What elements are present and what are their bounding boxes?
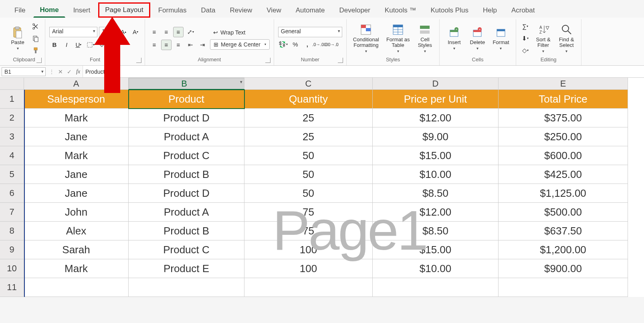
cell-D10[interactable]: $10.00 <box>373 259 499 278</box>
align-left-button[interactable]: ≡ <box>149 40 159 50</box>
cell-E11[interactable] <box>499 278 628 297</box>
column-header-E[interactable]: E <box>499 78 628 90</box>
cell-C5[interactable]: 50 <box>244 165 373 184</box>
cell-B6[interactable]: Product D <box>129 184 244 203</box>
cell-A7[interactable]: John <box>24 203 129 222</box>
row-header-5[interactable]: 5 <box>0 165 24 184</box>
row-header-1[interactable]: 1 <box>0 90 24 109</box>
column-header-B[interactable]: B <box>129 78 244 90</box>
autosum-button[interactable]: ∑▾ <box>520 21 531 32</box>
cell-E9[interactable]: $1,200.00 <box>499 240 628 259</box>
cell-A6[interactable]: Jane <box>24 184 129 203</box>
cell-C1[interactable]: Quantity <box>244 90 373 109</box>
format-cells-button[interactable]: Format▾ <box>490 24 511 52</box>
font-color-button[interactable]: A▾ <box>109 40 120 50</box>
column-header-A[interactable]: A <box>24 78 129 90</box>
select-all-corner[interactable] <box>0 78 24 90</box>
align-top-button[interactable]: ≡ <box>149 27 159 37</box>
increase-indent-button[interactable]: ⇥ <box>197 40 208 50</box>
percent-button[interactable]: % <box>290 39 301 50</box>
tab-data[interactable]: Data <box>195 3 222 18</box>
cell-E3[interactable]: $250.00 <box>499 127 628 146</box>
cell-B1[interactable]: Product <box>129 90 244 109</box>
tab-page-layout[interactable]: Page Layout <box>98 2 150 18</box>
tab-insert[interactable]: Insert <box>67 3 97 18</box>
tab-acrobat[interactable]: Acrobat <box>505 3 541 18</box>
cell-B7[interactable]: Product A <box>129 203 244 222</box>
delete-cells-button[interactable]: × Delete▾ <box>467 24 488 52</box>
font-name-select[interactable]: Arial <box>49 27 97 37</box>
cell-D2[interactable]: $12.00 <box>373 109 499 127</box>
cell-B4[interactable]: Product C <box>129 146 244 165</box>
tab-home[interactable]: Home <box>33 3 65 18</box>
tab-developer[interactable]: Developer <box>333 3 377 18</box>
row-header-3[interactable]: 3 <box>0 127 24 146</box>
cell-E5[interactable]: $425.00 <box>499 165 628 184</box>
cell-D8[interactable]: $8.50 <box>373 222 499 240</box>
tab-review[interactable]: Review <box>223 3 258 18</box>
comma-button[interactable]: , <box>302 39 313 50</box>
insert-cells-button[interactable]: + Insert▾ <box>444 24 464 52</box>
column-header-C[interactable]: C <box>244 78 373 90</box>
row-header-6[interactable]: 6 <box>0 184 24 203</box>
clear-button[interactable]: ◇▾ <box>520 45 531 56</box>
cell-D5[interactable]: $10.00 <box>373 165 499 184</box>
tab-help[interactable]: Help <box>476 3 503 18</box>
increase-font-button[interactable]: A▴ <box>118 27 129 37</box>
fill-color-button[interactable]: ▾ <box>97 40 108 50</box>
cell-C3[interactable]: 25 <box>244 127 373 146</box>
cell-A2[interactable]: Mark <box>24 109 129 127</box>
cell-C7[interactable]: 75 <box>244 203 373 222</box>
merge-center-button[interactable]: ⊞Merge & Center▾ <box>210 39 270 50</box>
cell-B9[interactable]: Product C <box>129 240 244 259</box>
decrease-font-button[interactable]: A▾ <box>130 27 141 37</box>
cell-A9[interactable]: Sarah <box>24 240 129 259</box>
align-middle-button[interactable]: ≡ <box>161 27 172 37</box>
cell-A11[interactable] <box>24 278 129 297</box>
cell-D7[interactable]: $12.00 <box>373 203 499 222</box>
cut-button[interactable] <box>30 21 41 32</box>
column-header-D[interactable]: D <box>373 78 499 90</box>
confirm-formula-button[interactable]: ✓ <box>65 69 74 75</box>
cell-C6[interactable]: 50 <box>244 184 373 203</box>
cell-E10[interactable]: $900.00 <box>499 259 628 278</box>
cell-A1[interactable]: Salesperson <box>24 90 129 109</box>
cell-B10[interactable]: Product E <box>129 259 244 278</box>
align-center-button[interactable]: ≡ <box>161 40 172 50</box>
row-header-2[interactable]: 2 <box>0 109 24 127</box>
cell-E2[interactable]: $375.00 <box>499 109 628 127</box>
cell-C8[interactable]: 75 <box>244 222 373 240</box>
cell-A5[interactable]: Jane <box>24 165 129 184</box>
tab-automate[interactable]: Automate <box>289 3 331 18</box>
cell-B3[interactable]: Product A <box>129 127 244 146</box>
row-header-7[interactable]: 7 <box>0 203 24 222</box>
underline-button[interactable]: U▾ <box>73 40 84 50</box>
cell-A4[interactable]: Mark <box>24 146 129 165</box>
cell-A8[interactable]: Alex <box>24 222 129 240</box>
cell-C11[interactable] <box>244 278 373 297</box>
copy-button[interactable] <box>30 33 41 44</box>
cell-D9[interactable]: $15.00 <box>373 240 499 259</box>
orientation-button[interactable]: ⤢▾ <box>185 27 196 37</box>
cell-D1[interactable]: Price per Unit <box>373 90 499 109</box>
tab-kutools[interactable]: Kutools ™ <box>378 3 422 18</box>
cell-C10[interactable]: 100 <box>244 259 373 278</box>
border-button[interactable]: ▾ <box>85 40 96 50</box>
cell-C9[interactable]: 100 <box>244 240 373 259</box>
row-header-8[interactable]: 8 <box>0 222 24 240</box>
align-right-button[interactable]: ≡ <box>173 40 184 50</box>
cell-B2[interactable]: Product D <box>129 109 244 127</box>
cell-A10[interactable]: Mark <box>24 259 129 278</box>
cell-D6[interactable]: $8.50 <box>373 184 499 203</box>
tab-file[interactable]: File <box>8 3 32 18</box>
format-as-table-button[interactable]: Format as Table▾ <box>384 22 412 55</box>
find-select-button[interactable]: Find & Select▾ <box>556 22 577 55</box>
cell-B11[interactable] <box>129 278 244 297</box>
align-bottom-button[interactable]: ≡ <box>173 27 184 37</box>
tab-kutools-plus[interactable]: Kutools Plus <box>424 3 475 18</box>
paste-button[interactable]: Paste ▾ <box>7 24 28 52</box>
decrease-decimal-button[interactable]: .00→.0 <box>326 39 337 50</box>
decrease-indent-button[interactable]: ⇤ <box>185 40 196 50</box>
cell-E7[interactable]: $500.00 <box>499 203 628 222</box>
formula-input[interactable]: Product <box>83 66 644 77</box>
